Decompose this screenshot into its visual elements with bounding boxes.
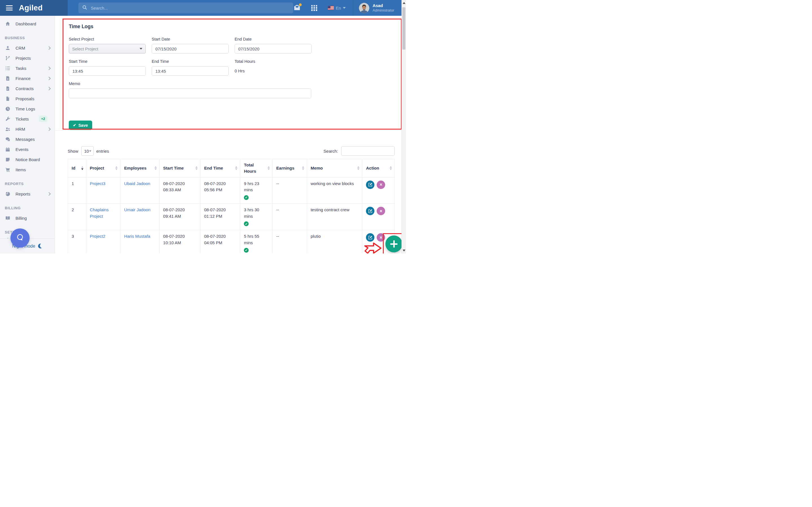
start-time-input[interactable] — [69, 66, 146, 76]
global-search[interactable] — [79, 3, 293, 13]
cell-memo: working on view blocks — [307, 177, 362, 204]
table-row: 2 Chaplains Project Umair Jadoon 08-07-2… — [68, 204, 395, 230]
notification-dot — [299, 3, 302, 6]
search-input[interactable] — [90, 5, 289, 11]
column-header[interactable]: Memo — [307, 159, 362, 177]
project-link[interactable]: Project2 — [90, 234, 105, 238]
add-time-log-button[interactable] — [386, 235, 402, 252]
scrollbar-thumb[interactable] — [402, 7, 405, 50]
language-selector[interactable]: En — [328, 6, 346, 10]
table-search-input[interactable] — [341, 146, 395, 156]
sidebar-item[interactable]: Dashboard — [0, 18, 55, 29]
column-header[interactable]: Earnings — [272, 159, 307, 177]
menu-icon[interactable] — [6, 5, 13, 10]
column-header[interactable]: Project — [86, 159, 120, 177]
sort-icons — [81, 166, 84, 170]
sidebar-item[interactable]: Reports — [0, 189, 55, 199]
sidebar-item[interactable]: Messages — [0, 134, 55, 144]
delete-button[interactable]: ✕ — [377, 180, 385, 189]
project-select[interactable]: Select Project — [69, 44, 146, 54]
apps-button[interactable] — [311, 5, 317, 11]
time-log-form: Time Logs Select Project Select Project … — [69, 24, 317, 130]
scroll-up-arrow[interactable] — [403, 2, 405, 4]
column-header[interactable]: Total Hours — [240, 159, 273, 177]
column-header[interactable]: Id — [68, 159, 86, 177]
scroll-down-arrow[interactable] — [403, 249, 405, 251]
cell-employee: Ubaid Jadoon — [120, 177, 159, 204]
chat-bubble-icon — [15, 233, 24, 243]
edit-button[interactable] — [366, 180, 374, 189]
chevron-right-icon — [47, 192, 51, 196]
sidebar-item[interactable]: HRM — [0, 124, 55, 134]
sidebar-item[interactable]: Projects — [0, 53, 55, 63]
main-content: Time Logs Select Project Select Project … — [55, 16, 402, 253]
chat-widget-button[interactable] — [10, 228, 30, 247]
search-icon — [82, 5, 87, 11]
cell-employee: Haris Mustafa — [120, 230, 159, 254]
employee-link[interactable]: Ubaid Jadoon — [124, 181, 150, 186]
user-menu[interactable]: Asad Administrator — [353, 0, 402, 16]
sidebar-item[interactable]: Contracts — [0, 83, 55, 94]
sidebar-item[interactable]: Items — [0, 165, 55, 175]
start-time-label: Start Time — [69, 59, 146, 64]
column-header[interactable]: Start Time — [159, 159, 200, 177]
sidebar-item[interactable]: Tickets +2 — [0, 114, 55, 124]
chevron-right-icon — [47, 127, 51, 131]
employee-link[interactable]: Haris Mustafa — [124, 234, 150, 238]
column-header[interactable]: End Time — [200, 159, 240, 177]
delete-button[interactable]: ✕ — [377, 233, 385, 242]
cell-project: Project3 — [86, 177, 120, 204]
cell-actions: ✕ — [362, 204, 395, 230]
sidebar-item[interactable]: CRM — [0, 43, 55, 53]
sidebar-item[interactable]: Proposals — [0, 94, 55, 104]
edit-button[interactable] — [366, 233, 374, 242]
memo-input[interactable] — [69, 89, 311, 98]
user-icon — [5, 46, 10, 50]
end-time-input[interactable] — [152, 66, 229, 76]
total-hours-value: 0 Hrs — [235, 68, 312, 73]
scrollbar[interactable] — [402, 0, 406, 253]
sidebar-item[interactable]: Tasks — [0, 63, 55, 73]
invoice-icon: $ — [5, 76, 10, 81]
sidebar-item[interactable]: Notice Board — [0, 154, 55, 165]
sidebar-item[interactable]: BUSINESS — [0, 35, 55, 41]
page-length-select[interactable]: 10 — [81, 146, 94, 156]
table-controls: Show 10 entries Search: — [68, 146, 395, 156]
select-project-label: Select Project — [69, 37, 146, 41]
contract-icon — [5, 86, 10, 91]
cell-earnings: -- — [272, 177, 307, 204]
total-hours-label: Total Hours — [235, 59, 312, 64]
sidebar-item[interactable]: $ Finance — [0, 73, 55, 83]
navbar-actions: En A — [294, 0, 402, 16]
sidebar-item[interactable]: BILLING — [0, 205, 55, 211]
project-link[interactable]: Chaplains Project — [90, 207, 109, 219]
end-date-input[interactable] — [235, 44, 312, 54]
save-button[interactable]: ✔ Save — [69, 121, 92, 130]
cell-id: 3 — [68, 230, 86, 254]
table-header-row: Id Project — [68, 159, 395, 177]
cell-start-time: 08-07-2020 08:33 AM — [159, 177, 200, 204]
start-date-input[interactable] — [152, 44, 229, 54]
edit-button[interactable] — [366, 207, 374, 215]
home-icon — [5, 21, 10, 26]
delete-button[interactable]: ✕ — [377, 207, 385, 215]
calendar-icon — [5, 147, 10, 152]
sidebar-item[interactable]: Billing — [0, 213, 55, 223]
show-label: Show — [68, 149, 79, 154]
completed-check-icon: ✔ — [244, 248, 249, 252]
employee-link[interactable]: Umair Jadoon — [124, 207, 150, 212]
chevron-down-icon — [343, 7, 346, 9]
sidebar-item[interactable]: Events — [0, 144, 55, 154]
logo-section: Agiled — [0, 0, 68, 16]
sidebar-item[interactable]: Time Logs — [0, 104, 55, 114]
project-link[interactable]: Project3 — [90, 181, 105, 186]
inbox-button[interactable] — [294, 4, 301, 11]
end-date-field: End Date — [235, 37, 312, 54]
apps-grid-icon — [311, 5, 317, 11]
sidebar-item[interactable]: REPORTS — [0, 181, 55, 186]
column-header[interactable]: Employees — [120, 159, 159, 177]
app-logo[interactable]: Agiled — [19, 4, 43, 12]
column-header[interactable]: Action — [362, 159, 395, 177]
cell-total-hours: 3 hrs 30 mins ✔ — [240, 204, 273, 230]
chevron-right-icon — [47, 66, 51, 70]
